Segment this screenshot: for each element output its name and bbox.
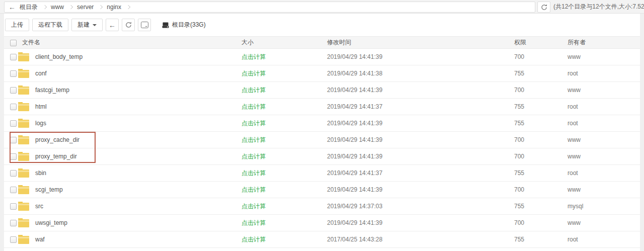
owner: root: [564, 70, 640, 77]
breadcrumb-separator-icon: [99, 5, 103, 9]
permission: 755: [510, 203, 564, 210]
table-row[interactable]: logs 点击计算 2019/04/29 14:41:39 755 root: [4, 115, 640, 132]
permission: 755: [510, 103, 564, 110]
table-row[interactable]: proxy_temp_dir 点击计算 2019/04/29 14:41:39 …: [4, 148, 640, 165]
dir-stats: (共12个目录与12个文件,大小:7.52 KB 获取 ): [553, 0, 644, 14]
table-row[interactable]: conf 点击计算 2019/04/29 14:41:38 755 root: [4, 65, 640, 82]
permission: 700: [510, 219, 564, 226]
table-row[interactable]: client_body_temp 点击计算 2019/04/29 14:41:3…: [4, 49, 640, 65]
row-checkbox[interactable]: [10, 187, 17, 193]
file-name[interactable]: html: [35, 103, 47, 110]
folder-icon: [18, 87, 29, 95]
upload-button[interactable]: 上传: [5, 19, 29, 31]
file-name[interactable]: logs: [35, 120, 46, 127]
table-row[interactable]: html 点击计算 2019/04/29 14:41:37 755 root: [4, 99, 640, 115]
disk-selector[interactable]: 根目录(33G): [162, 21, 206, 29]
size-calc-link[interactable]: 点击计算: [242, 170, 266, 177]
breadcrumb-separator-icon: [69, 5, 73, 9]
size-calc-link[interactable]: 点击计算: [242, 219, 266, 226]
owner: www: [564, 53, 640, 60]
owner: www: [564, 186, 640, 193]
file-manager-panel: 上传 远程下载 新建 ← 根目录(33G): [4, 14, 640, 251]
select-all-checkbox[interactable]: [10, 40, 17, 46]
table-body: client_body_temp 点击计算 2019/04/29 14:41:3…: [4, 49, 640, 248]
row-checkbox[interactable]: [10, 137, 17, 143]
row-checkbox[interactable]: [10, 220, 17, 226]
row-checkbox[interactable]: [10, 203, 17, 210]
remote-download-button[interactable]: 远程下载: [32, 19, 68, 31]
size-calc-link[interactable]: 点击计算: [242, 103, 266, 110]
table-header: 文件名 大小 修改时间 权限 所有者: [4, 36, 640, 49]
row-checkbox[interactable]: [10, 120, 17, 127]
breadcrumb-item[interactable]: server: [77, 4, 94, 11]
table-row[interactable]: uwsgi_temp 点击计算 2019/04/29 14:41:39 700 …: [4, 215, 640, 231]
row-checkbox[interactable]: [10, 236, 17, 243]
breadcrumb-item[interactable]: www: [51, 4, 64, 11]
size-calc-link[interactable]: 点击计算: [242, 87, 266, 94]
table-row[interactable]: scgi_temp 点击计算 2019/04/29 14:41:39 700 w…: [4, 182, 640, 198]
new-button[interactable]: 新建: [71, 19, 103, 31]
next-row-sliver: [4, 248, 640, 251]
permission: 700: [510, 153, 564, 160]
file-name[interactable]: client_body_temp: [35, 53, 83, 60]
permission: 755: [510, 120, 564, 127]
file-name[interactable]: fastcgi_temp: [35, 87, 69, 94]
terminal-button[interactable]: [138, 19, 151, 31]
row-checkbox[interactable]: [10, 54, 17, 60]
modified-time: 2019/04/29 14:41:37: [323, 103, 510, 110]
size-calc-link[interactable]: 点击计算: [242, 53, 266, 60]
breadcrumb-item[interactable]: 根目录: [20, 3, 38, 12]
folder-icon: [18, 103, 29, 111]
toolbar-back-button[interactable]: ←: [106, 19, 119, 31]
row-checkbox[interactable]: [10, 170, 17, 177]
table-row[interactable]: proxy_cache_dir 点击计算 2019/04/29 14:41:39…: [4, 132, 640, 148]
size-calc-link[interactable]: 点击计算: [242, 70, 266, 77]
file-name[interactable]: waf: [35, 236, 45, 243]
size-calc-link[interactable]: 点击计算: [242, 136, 266, 143]
owner: mysql: [564, 203, 640, 210]
size-calc-link[interactable]: 点击计算: [242, 186, 266, 193]
size-calc-link[interactable]: 点击计算: [242, 236, 266, 243]
size-calc-link[interactable]: 点击计算: [242, 203, 266, 210]
breadcrumb-item[interactable]: nginx: [107, 4, 121, 11]
path-bar: ← 根目录wwwservernginx: [4, 2, 535, 13]
folder-icon: [18, 203, 29, 211]
modified-time: 2019/04/29 14:41:39: [323, 153, 510, 160]
size-calc-link[interactable]: 点击计算: [242, 153, 266, 160]
owner: www: [564, 136, 640, 143]
folder-icon: [18, 170, 29, 178]
row-checkbox[interactable]: [10, 104, 17, 110]
new-button-label: 新建: [77, 21, 90, 29]
file-name[interactable]: scgi_temp: [35, 186, 63, 193]
refresh-icon: [125, 22, 132, 28]
file-name[interactable]: uwsgi_temp: [35, 219, 67, 226]
toolbar-refresh-button[interactable]: [122, 19, 135, 31]
file-name[interactable]: proxy_temp_dir: [35, 153, 77, 160]
modified-time: 2019/04/29 14:41:39: [323, 136, 510, 143]
header-owner: 所有者: [564, 38, 640, 47]
toolbar: 上传 远程下载 新建 ← 根目录(33G): [4, 14, 640, 36]
row-checkbox[interactable]: [10, 87, 17, 94]
table-row[interactable]: fastcgi_temp 点击计算 2019/04/29 14:41:39 70…: [4, 82, 640, 99]
file-name[interactable]: sbin: [35, 170, 46, 177]
file-name[interactable]: proxy_cache_dir: [35, 136, 79, 143]
modified-time: 2019/04/29 14:41:38: [323, 70, 510, 77]
file-name[interactable]: src: [35, 203, 43, 210]
row-checkbox[interactable]: [10, 70, 17, 77]
table-row[interactable]: waf 点击计算 2017/04/25 14:43:28 755 root: [4, 231, 640, 248]
file-name[interactable]: conf: [35, 70, 47, 77]
modified-time: 2017/04/25 14:43:28: [323, 236, 510, 243]
table-row[interactable]: sbin 点击计算 2019/04/29 14:41:37 755 root: [4, 165, 640, 182]
hard-drive-icon: [162, 22, 169, 28]
row-checkbox[interactable]: [10, 153, 17, 160]
permission: 700: [510, 186, 564, 193]
back-arrow-icon[interactable]: ←: [5, 2, 20, 12]
path-strip: ← 根目录wwwservernginx (共12个目录与12个文件,大小:7.5…: [0, 0, 644, 14]
header-perm: 权限: [510, 38, 564, 47]
path-refresh-button[interactable]: [537, 2, 550, 13]
header-mtime: 修改时间: [323, 38, 510, 47]
folder-icon: [18, 120, 29, 128]
table-row[interactable]: src 点击计算 2019/04/29 14:37:03 755 mysql: [4, 198, 640, 215]
modified-time: 2019/04/29 14:41:39: [323, 53, 510, 60]
size-calc-link[interactable]: 点击计算: [242, 120, 266, 127]
